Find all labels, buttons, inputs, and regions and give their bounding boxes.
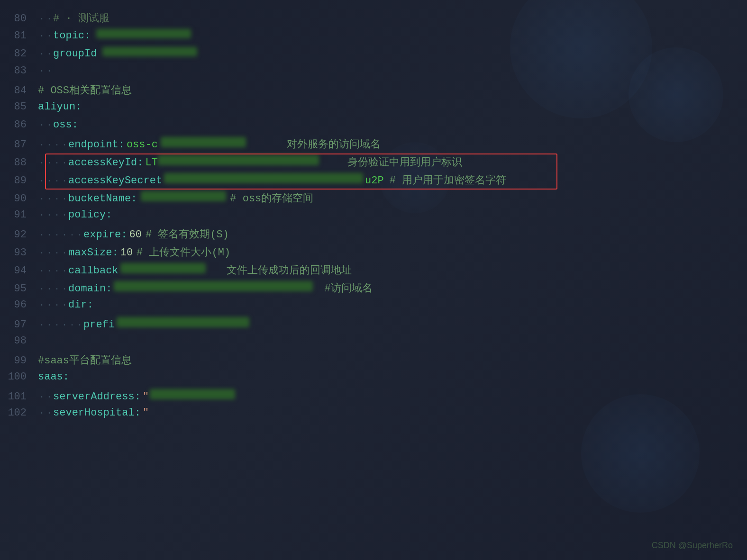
bucket-comment: # oss的存储空间 — [230, 191, 313, 205]
line-num-101: 101 — [0, 391, 38, 403]
line-num-87: 87 — [0, 139, 38, 151]
code-line-87: 87 ···· endpoint: oss-c 对外服务的访问域名 — [0, 135, 747, 154]
line-num-91: 91 — [0, 209, 38, 221]
line-num-96: 96 — [0, 299, 38, 311]
access-key-secret-suffix: u2P — [365, 175, 384, 187]
endpoint-value: oss-c — [127, 139, 158, 151]
saas-key: saas: — [38, 371, 69, 383]
endpoint-comment: 对外服务的访问域名 — [287, 137, 381, 151]
code-line-93: 93 ···· maxSize: 10 # 上传文件大小(M) — [0, 244, 747, 262]
line-content-88: ···· accessKeyId: LT 身份验证中用到用户标识 — [38, 155, 462, 169]
line-num-84: 84 — [0, 85, 38, 97]
line-num-100: 100 — [0, 371, 38, 383]
line-num-92: 92 — [0, 229, 38, 241]
watermark: CSDN @SuperherRo — [652, 541, 733, 551]
line-content-84: # OSS相关配置信息 — [38, 83, 132, 97]
access-key-id-key: accessKeyId: — [68, 157, 143, 169]
line-content-99: #saas平台配置信息 — [38, 353, 132, 367]
line-num-93: 93 — [0, 247, 38, 259]
code-line-81: 81 ·· topic: — [0, 27, 747, 45]
expire-value: 60 — [129, 229, 142, 241]
line-content-80: ·· # · 测试服 — [38, 11, 109, 25]
code-line-80: 80 ·· # · 测试服 — [0, 9, 747, 27]
domain-comment: #访问域名 — [324, 281, 372, 295]
code-line-91: 91 ···· policy: — [0, 208, 747, 226]
line-num-102: 102 — [0, 407, 38, 419]
code-line-101: 101 ·· serverAddress: " — [0, 388, 747, 406]
server-address-quote: " — [143, 391, 149, 403]
line-content-82: ·· groupId — [38, 47, 197, 60]
line-content-92: ······ expire: 60 # 签名有效期(S) — [38, 227, 229, 241]
dir-key: dir: — [68, 299, 93, 311]
server-address-key: serverAddress: — [53, 391, 141, 403]
highlighted-section: 88 ···· accessKeyId: LT 身份验证中用到用户标识 89 ·… — [0, 154, 747, 190]
code-line-85: 85 aliyun: — [0, 99, 747, 117]
policy-key: policy: — [68, 209, 112, 221]
line-num-83: 83 — [0, 65, 38, 77]
line-content-85: aliyun: — [38, 101, 82, 113]
topic-key: topic: — [53, 30, 91, 42]
line-num-99: 99 — [0, 355, 38, 367]
code-line-96: 96 ···· dir: — [0, 298, 747, 316]
line-num-95: 95 — [0, 283, 38, 295]
line-content-97: ······ prefi — [38, 317, 251, 331]
code-line-84: 84 # OSS相关配置信息 — [0, 81, 747, 99]
code-line-86: 86 ·· oss: — [0, 117, 747, 135]
groupid-key: groupId — [53, 48, 97, 60]
code-line-102: 102 ·· severHospital: " — [0, 406, 747, 424]
oss-key: oss: — [53, 119, 78, 131]
line-content-96: ···· dir: — [38, 299, 93, 311]
domain-key: domain: — [68, 283, 112, 295]
max-size-value: 10 — [120, 247, 133, 259]
code-line-99: 99 #saas平台配置信息 — [0, 352, 747, 370]
line-content-91: ···· policy: — [38, 209, 112, 221]
code-line-95: 95 ···· domain: #访问域名 — [0, 280, 747, 298]
saas-comment: #saas平台配置信息 — [38, 353, 132, 367]
line-num-97: 97 — [0, 319, 38, 331]
access-key-id-comment: 身份验证中用到用户标识 — [347, 155, 462, 169]
access-key-id-value: LT — [146, 157, 158, 169]
line-content-102: ·· severHospital: " — [38, 407, 149, 419]
line-num-86: 86 — [0, 119, 38, 131]
line-content-81: ·· topic: — [38, 29, 191, 42]
bucket-name-key: bucketName: — [68, 193, 137, 205]
access-key-secret-comment: # 用户用于加密签名字符 — [390, 173, 506, 187]
line-content-86: ·· oss: — [38, 119, 78, 131]
line-num-80: 80 — [0, 13, 38, 25]
line-num-98: 98 — [0, 335, 38, 347]
aliyun-key: aliyun: — [38, 101, 82, 113]
line-content-100: saas: — [38, 371, 69, 383]
line-num-89: 89 — [0, 175, 38, 187]
code-line-83: 83 ·· — [0, 63, 747, 81]
line-content-95: ···· domain: #访问域名 — [38, 281, 373, 295]
line-num-88: 88 — [0, 157, 38, 169]
line-content-94: ···· callback 文件上传成功后的回调地址 — [38, 263, 352, 277]
code-line-97: 97 ······ prefi — [0, 316, 747, 334]
access-key-secret-key: accessKeySecret — [68, 175, 162, 187]
code-line-89: 89 ···· accessKeySecret u2P # 用户用于加密签名字符 — [0, 172, 747, 190]
line-num-90: 90 — [0, 193, 38, 205]
callback-key: callback — [68, 265, 118, 277]
line-content-101: ·· serverAddress: " — [38, 389, 236, 403]
sever-hospital-key: severHospital: — [53, 407, 141, 419]
code-line-90: 90 ···· bucketName: # oss的存储空间 — [0, 190, 747, 208]
expire-key: expire: — [83, 229, 127, 241]
prefix-key: prefi — [83, 319, 115, 331]
line-content-83: ·· — [38, 65, 53, 76]
line-num-85: 85 — [0, 101, 38, 113]
line-content-87: ···· endpoint: oss-c 对外服务的访问域名 — [38, 137, 381, 151]
code-line-98: 98 — [0, 334, 747, 352]
endpoint-key: endpoint: — [68, 139, 125, 151]
code-line-82: 82 ·· groupId — [0, 45, 747, 63]
code-editor: 80 ·· # · 测试服 81 ·· topic: 82 ·· groupId… — [0, 0, 747, 560]
max-size-comment: # 上传文件大小(M) — [137, 245, 230, 259]
line-content-93: ···· maxSize: 10 # 上传文件大小(M) — [38, 245, 230, 259]
code-line-100: 100 saas: — [0, 370, 747, 388]
line-content-89: ···· accessKeySecret u2P # 用户用于加密签名字符 — [38, 173, 506, 187]
callback-comment: 文件上传成功后的回调地址 — [227, 263, 352, 277]
code-line-88: 88 ···· accessKeyId: LT 身份验证中用到用户标识 — [0, 154, 747, 172]
sever-hospital-quote: " — [143, 407, 149, 419]
line-content-90: ···· bucketName: # oss的存储空间 — [38, 191, 313, 205]
expire-comment: # 签名有效期(S) — [146, 227, 229, 241]
max-size-key: maxSize: — [68, 247, 118, 259]
